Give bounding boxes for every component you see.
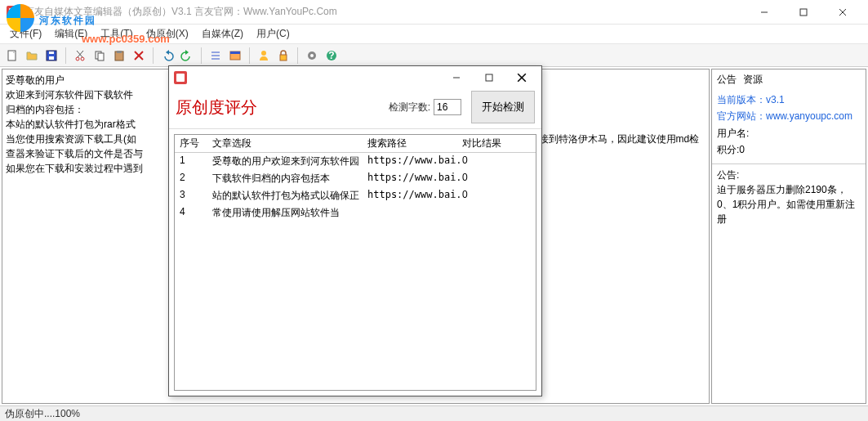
points-label: 积分: [717, 144, 739, 155]
dialog-app-icon [174, 71, 187, 84]
close-button[interactable] [824, 1, 861, 24]
dialog-minimize-button[interactable] [440, 68, 473, 87]
dialog-maximize-button[interactable] [473, 68, 505, 87]
col-path: 搜索路径 [367, 137, 462, 150]
svg-marker-22 [185, 50, 189, 55]
redo-icon[interactable] [178, 47, 196, 65]
user-icon[interactable] [255, 47, 273, 65]
svg-rect-3 [800, 9, 807, 16]
start-detect-button[interactable]: 开始检测 [471, 91, 535, 123]
menu-file[interactable]: 文件(F) [5, 25, 47, 43]
svg-marker-21 [166, 50, 169, 55]
list-icon[interactable] [207, 47, 225, 65]
result-table: 序号 文章选段 搜索路径 对比结果 1 受尊敬的用户欢迎来到河东软件园 http… [174, 134, 536, 391]
col-result: 对比结果 [462, 137, 531, 150]
site-link[interactable]: www.yanyoupc.com [766, 110, 852, 122]
svg-rect-27 [230, 52, 240, 54]
menu-pseudo[interactable]: 伪原创(X) [141, 25, 194, 43]
copy-icon[interactable] [91, 47, 109, 65]
username-label: 用户名: [717, 128, 749, 139]
version-value: v3.1 [766, 94, 785, 105]
lock-icon[interactable] [274, 47, 292, 65]
cut-icon[interactable] [71, 47, 89, 65]
window-title: 言友自媒体文章编辑器（伪原创）V3.1 言友官网：Www.YanYouPc.Co… [24, 5, 746, 19]
version-label: 当前版本： [717, 94, 766, 105]
title-bar: 言友自媒体文章编辑器（伪原创）V3.1 言友官网：Www.YanYouPc.Co… [0, 0, 868, 25]
menu-media[interactable]: 自媒体(Z) [197, 25, 248, 43]
gear-icon[interactable] [303, 47, 321, 65]
maximize-button[interactable] [785, 1, 822, 24]
svg-point-31 [310, 54, 314, 57]
svg-rect-10 [49, 52, 54, 54]
svg-point-28 [261, 51, 266, 56]
minimize-button[interactable] [746, 1, 783, 24]
points-value: 0 [739, 144, 745, 155]
svg-line-13 [78, 51, 83, 57]
svg-rect-9 [49, 56, 54, 60]
window-icon[interactable] [226, 47, 244, 65]
table-row[interactable]: 4 常使用请使用解压网站软件当 [175, 204, 536, 222]
svg-rect-35 [176, 74, 185, 82]
undo-icon[interactable] [158, 47, 176, 65]
menu-edit[interactable]: 编辑(E) [50, 25, 92, 43]
side-tab-notice[interactable]: 公告 [717, 73, 737, 87]
svg-rect-1 [9, 8, 17, 16]
notice-body: 迫于服务器压力删除2190条，0、1积分用户。如需使用重新注册 [717, 182, 861, 226]
site-label: 官方网站： [717, 110, 766, 122]
delete-icon[interactable] [130, 47, 148, 65]
open-icon[interactable] [23, 47, 41, 65]
status-text: 伪原创中....100% [5, 407, 80, 421]
dialog-close-button[interactable] [505, 68, 538, 87]
status-bar: 伪原创中....100% [0, 405, 868, 421]
app-icon [7, 6, 20, 19]
count-input[interactable] [434, 99, 461, 115]
svg-point-12 [81, 57, 84, 60]
table-row[interactable]: 2 下载软件归档的内容包括本 https://www.bai... 0 [175, 170, 536, 187]
col-index: 序号 [180, 137, 212, 150]
svg-text:?: ? [328, 50, 334, 61]
side-tab-resource[interactable]: 资源 [743, 73, 763, 87]
svg-rect-29 [280, 55, 287, 60]
help-icon[interactable]: ? [323, 47, 341, 65]
new-doc-icon[interactable] [3, 47, 21, 65]
menu-user[interactable]: 用户(C) [251, 25, 295, 43]
svg-rect-18 [117, 51, 122, 53]
side-panel: 公告 资源 当前版本：v3.1 官方网站：www.yanyoupc.com 用户… [711, 69, 866, 404]
svg-line-14 [77, 51, 82, 57]
count-label: 检测字数: [389, 101, 430, 114]
col-segment: 文章选段 [212, 137, 367, 150]
notice-title: 公告: [717, 168, 861, 182]
paste-icon[interactable] [110, 47, 128, 65]
menu-bar: 文件(F) 编辑(E) 工具(T) 伪原创(X) 自媒体(Z) 用户(C) [0, 25, 868, 44]
toolbar: ? [0, 44, 868, 67]
save-icon[interactable] [42, 47, 60, 65]
svg-rect-16 [98, 53, 104, 60]
svg-point-11 [76, 57, 79, 60]
table-row[interactable]: 3 站的默认软件打包为格式以确保正 https://www.bai... 0 [175, 187, 536, 204]
svg-rect-37 [486, 74, 492, 81]
menu-tool[interactable]: 工具(T) [96, 25, 137, 43]
dialog-heading: 原创度评分 [176, 96, 389, 119]
originality-dialog: 原创度评分 检测字数: 开始检测 序号 文章选段 搜索路径 对比结果 1 受尊敬… [168, 65, 542, 396]
table-row[interactable]: 1 受尊敬的用户欢迎来到河东软件园 https://www.bai... 0 [175, 153, 536, 170]
